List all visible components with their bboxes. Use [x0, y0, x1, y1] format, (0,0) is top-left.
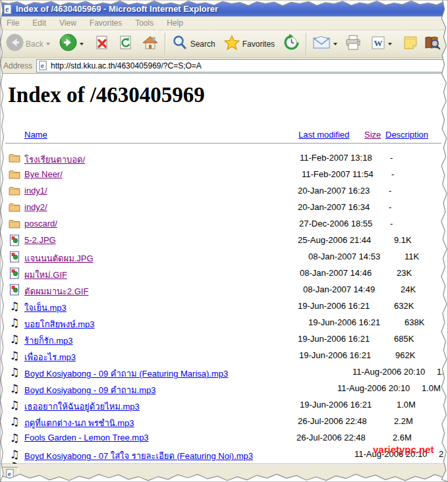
file-link[interactable]: ร้ายก็รัก.mp3 [24, 334, 73, 348]
back-icon [6, 34, 24, 54]
svg-text:W: W [374, 38, 383, 48]
back-dropdown-icon[interactable] [46, 43, 50, 45]
table-row: ♫ ฤดูที่แตกต่าง-นภ พรชำนิ.mp3 26-Jul-200… [0, 414, 448, 430]
image-file-icon [9, 284, 20, 296]
file-size: 1.0M [397, 400, 416, 410]
file-modified: 19-Jun-2006 16:21 [298, 334, 370, 344]
file-modified: 26-Jul-2006 22:48 [296, 433, 366, 442]
file-link[interactable]: แจนนนตัดผม.JPG [24, 252, 94, 265]
forward-dropdown-icon[interactable] [80, 43, 84, 45]
file-modified: 19-Jun-2006 16:21 [308, 317, 380, 327]
folder-icon [9, 218, 20, 230]
table-row: โรงเรียนตาบอด/ 11-Feb-2007 13:18 - [0, 150, 448, 167]
file-modified: 08-Jan-2007 14:46 [300, 268, 372, 278]
file-link[interactable]: poscard/ [24, 219, 57, 228]
table-row: ♫ เธออยากให้ฉันอยู่ด้วยไหม.mp3 19-Jun-20… [0, 397, 448, 414]
file-link[interactable]: เพื่ออะไร.mp3 [24, 350, 76, 364]
file-link[interactable]: บอยโกสิยพงษ์.mp3 [24, 317, 94, 331]
sound-file-icon: ♫ [9, 317, 20, 329]
file-size: - [389, 202, 391, 212]
file-size: 962K [395, 350, 415, 360]
file-modified: 08-Jan-2007 14:49 [303, 284, 375, 294]
notes-icon [403, 35, 418, 53]
address-bar: Address e http://std.kku.ac.th/463040596… [0, 58, 448, 74]
mail-dropdown-icon[interactable] [333, 43, 337, 45]
address-input[interactable]: e http://std.kku.ac.th/4630405969/?C=S;O… [36, 59, 447, 72]
menu-help[interactable]: Help [160, 17, 190, 29]
print-button[interactable] [342, 34, 364, 55]
table-row: poscard/ 27-Dec-2006 18:55 - [0, 216, 448, 232]
refresh-button[interactable] [115, 34, 136, 55]
address-url-text: http://std.kku.ac.th/4630405969/?C=S;O=A [51, 61, 202, 70]
word-edit-icon: W [371, 36, 385, 53]
svg-text:e: e [5, 5, 9, 14]
sound-file-icon: ♫ [9, 333, 20, 345]
table-row: ♫ ร้ายก็รัก.mp3 19-Jun-2006 16:21 685K [0, 331, 448, 348]
file-link[interactable]: indy2/ [24, 202, 47, 212]
partial-next-row: ♫ [9, 460, 22, 464]
file-size: - [389, 186, 391, 196]
file-link[interactable]: ฤดูที่แตกต่าง-นภ พรชำนิ.mp3 [24, 416, 134, 430]
folder-icon [9, 201, 20, 213]
file-link[interactable]: ตัดผมมานะ2.GIF [24, 284, 88, 298]
search-button[interactable]: Search [169, 34, 217, 55]
file-modified: 27-Dec-2006 18:55 [299, 219, 372, 228]
file-modified: 19-Jun-2006 16:21 [298, 301, 370, 311]
file-size: 638K [405, 317, 424, 327]
table-row: ♫ เพื่ออะไร.mp3 19-Jun-2006 16:21 962K [0, 348, 448, 364]
file-link[interactable]: 5-2.JPG [24, 235, 56, 245]
home-button[interactable] [139, 34, 161, 55]
file-modified: 11-Aug-2006 20:10 [352, 367, 425, 377]
menu-view[interactable]: View [53, 17, 83, 29]
history-button[interactable] [281, 33, 302, 55]
table-row: ♫ Boyd Kosiyabong - 09 คำถาม (Featuring … [0, 364, 448, 381]
research-button[interactable] [422, 34, 443, 54]
stop-button[interactable] [92, 34, 113, 55]
word-edit-dropdown-icon[interactable] [388, 43, 392, 45]
back-button[interactable]: Back [4, 33, 52, 55]
sound-file-icon: ♫ [9, 383, 20, 394]
forward-button[interactable] [57, 33, 86, 55]
table-row: ♫ Boyd Kosiyabong - 09 คำถาม.mp3 11-Aug-… [0, 381, 448, 397]
table-row: แจนนนตัดผม.JPG 08-Jan-2007 14:53 11K [0, 249, 448, 265]
table-row: 5-2.JPG 25-Aug-2006 21:44 9.1K [0, 232, 448, 249]
file-link[interactable]: Fools Garden - Lemon Tree.mp3 [24, 433, 149, 442]
folder-icon [9, 169, 20, 180]
notes-button[interactable] [401, 34, 420, 54]
file-link[interactable]: Boyd Kosiyabong - 09 คำถาม (Featuring Ma… [24, 367, 228, 381]
menu-tools[interactable]: Tools [128, 17, 160, 29]
print-icon [344, 34, 362, 54]
file-modified: 11-Feb-2007 13:18 [300, 153, 372, 163]
sound-file-icon: ♫ [9, 460, 18, 464]
search-label: Search [190, 40, 215, 49]
file-link[interactable]: โรงเรียนตาบอด/ [24, 153, 85, 167]
mail-icon [312, 36, 331, 53]
file-size: 2 [439, 449, 443, 459]
file-link[interactable]: indy1/ [24, 186, 47, 196]
svg-text:e: e [7, 469, 11, 477]
file-link[interactable]: Boyd Kosiyabong - 09 คำถาม.mp3 [24, 383, 155, 397]
ie-page-icon: e [5, 469, 15, 479]
file-modified: 19-Jun-2006 16:21 [300, 400, 372, 410]
research-icon [424, 35, 441, 53]
file-link[interactable]: Bye Neer/ [24, 169, 63, 179]
watermark-text: varietypc.net [373, 444, 434, 455]
file-link[interactable]: Boyd Kosiyabong - 07 ใส่ใจ รายละเอียด (F… [24, 449, 253, 463]
word-edit-button[interactable]: W [369, 35, 394, 53]
screenshot-root: { "window": { "title": "Index of /463040… [0, 0, 448, 482]
browser-viewport: Index of /4630405969 Name Last modified … [0, 74, 448, 464]
title-bar: e Index of /4630405969 - Microsoft Inter… [0, 1, 448, 16]
menu-file[interactable]: File [0, 17, 26, 29]
file-link[interactable]: เธออยากให้ฉันอยู่ด้วยไหม.mp3 [24, 400, 140, 414]
file-link[interactable]: ใจเย็น.mp3 [24, 301, 67, 315]
menu-favorites[interactable]: Favorites [83, 17, 128, 29]
toolbar-separator [306, 33, 307, 55]
back-label: Back [26, 40, 43, 49]
file-size: 632K [394, 301, 414, 311]
favorites-button[interactable]: Favorites [221, 34, 277, 55]
mail-button[interactable] [310, 35, 339, 53]
file-link[interactable]: ผมใหม่.GIF [24, 268, 67, 282]
toolbar-separator [165, 33, 166, 55]
menu-edit[interactable]: Edit [26, 17, 53, 29]
file-modified: 11-Feb-2007 11:54 [302, 169, 374, 179]
